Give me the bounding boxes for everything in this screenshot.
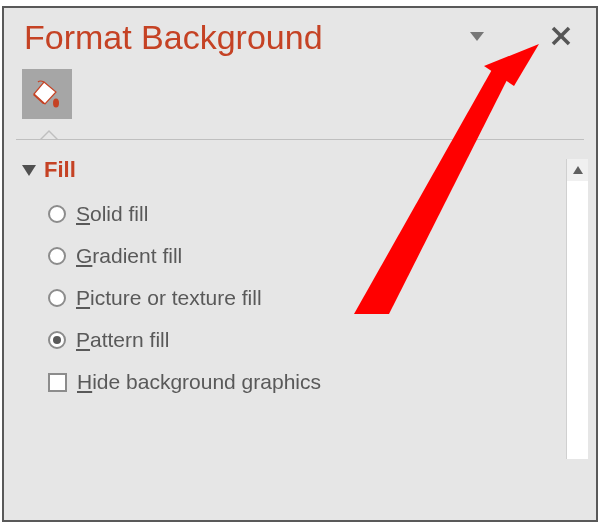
close-icon — [550, 25, 572, 47]
close-button[interactable] — [550, 25, 572, 51]
radio-icon — [48, 205, 66, 223]
scroll-track[interactable] — [567, 181, 588, 459]
scroll-up-icon — [572, 165, 584, 175]
checkbox-icon — [48, 373, 67, 392]
checkbox-label: Hide background graphics — [77, 370, 321, 394]
chevron-down-icon — [468, 29, 486, 43]
tab-divider — [16, 125, 584, 147]
vertical-scrollbar[interactable] — [566, 159, 588, 459]
radio-picture-texture-fill[interactable]: Picture or texture fill — [18, 277, 566, 319]
pane-title: Format Background — [24, 18, 468, 57]
svg-marker-0 — [470, 32, 484, 41]
radio-label: Pattern fill — [76, 328, 169, 352]
radio-label: Gradient fill — [76, 244, 182, 268]
radio-label: Solid fill — [76, 202, 148, 226]
checkbox-hide-background-graphics[interactable]: Hide background graphics — [18, 361, 566, 403]
fill-tab[interactable] — [22, 69, 72, 119]
pane-header: Format Background — [4, 8, 596, 61]
paint-bucket-icon — [30, 77, 64, 111]
section-toggle[interactable]: Fill — [18, 151, 566, 193]
radio-icon — [48, 331, 66, 349]
section-title: Fill — [44, 157, 76, 183]
radio-icon — [48, 289, 66, 307]
radio-gradient-fill[interactable]: Gradient fill — [18, 235, 566, 277]
pane-menu-button[interactable] — [468, 29, 486, 47]
radio-solid-fill[interactable]: Solid fill — [18, 193, 566, 235]
radio-pattern-fill[interactable]: Pattern fill — [18, 319, 566, 361]
svg-marker-4 — [573, 166, 583, 174]
pane-tabs — [4, 61, 596, 119]
format-background-pane: Format Background — [2, 6, 598, 522]
scroll-up-button[interactable] — [567, 159, 588, 181]
svg-point-3 — [53, 99, 59, 108]
fill-section: Fill Solid fill Gradient fill Picture or… — [14, 147, 566, 459]
radio-label: Picture or texture fill — [76, 286, 262, 310]
collapse-triangle-icon — [22, 165, 36, 176]
radio-icon — [48, 247, 66, 265]
